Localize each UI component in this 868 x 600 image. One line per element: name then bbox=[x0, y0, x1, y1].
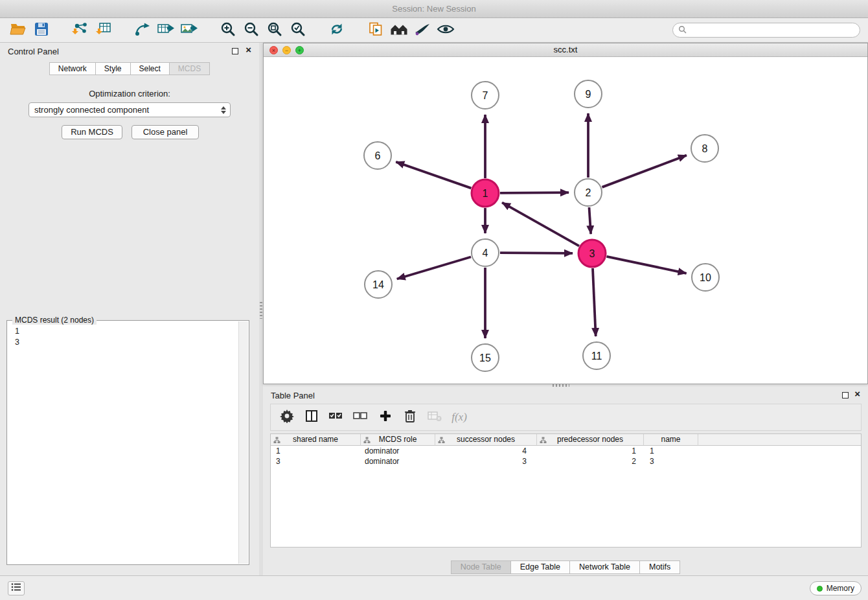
delete-column-button[interactable] bbox=[399, 406, 421, 428]
network-window-titlebar[interactable]: × − + scc.txt bbox=[264, 43, 867, 57]
minimize-window-icon[interactable]: − bbox=[282, 46, 291, 54]
tab-network[interactable]: Network bbox=[49, 62, 96, 75]
node-label-6: 6 bbox=[375, 150, 381, 161]
node-label-2: 2 bbox=[586, 187, 591, 198]
edge-2-3[interactable] bbox=[589, 207, 591, 234]
run-mcds-button[interactable]: Run MCDS bbox=[62, 125, 122, 139]
edge-4-3[interactable] bbox=[500, 253, 573, 253]
status-bar: Memory bbox=[0, 575, 868, 600]
column-header-mcds-role[interactable]: MCDS role bbox=[361, 434, 435, 446]
duplicate-document-icon bbox=[368, 21, 383, 40]
home-layout-button[interactable] bbox=[387, 20, 411, 41]
function-builder-button: f(x) bbox=[448, 406, 470, 428]
refresh-view-button[interactable] bbox=[325, 20, 348, 41]
table-row[interactable]: 1 dominator 4 1 1 bbox=[271, 446, 861, 456]
add-column-button[interactable] bbox=[374, 406, 396, 428]
zoom-in-button[interactable] bbox=[216, 20, 240, 41]
edge-3-10[interactable] bbox=[607, 257, 687, 273]
search-input[interactable] bbox=[690, 24, 860, 36]
table-row[interactable]: 3 dominator 3 2 3 bbox=[271, 456, 861, 467]
optimization-criterion-label: Optimization criterion: bbox=[0, 89, 259, 98]
zoom-fit-button[interactable] bbox=[263, 20, 286, 41]
close-icon[interactable]: × bbox=[246, 45, 251, 55]
window-controls: × − + bbox=[269, 46, 304, 54]
select-stepper-icon bbox=[218, 104, 228, 115]
column-header-shared-name[interactable]: shared name bbox=[271, 434, 361, 446]
table-settings-button[interactable] bbox=[276, 406, 298, 428]
memory-button[interactable]: Memory bbox=[810, 581, 862, 595]
zoom-out-button[interactable] bbox=[240, 20, 263, 41]
node-table: shared name MCDS role successor nodes pr… bbox=[270, 433, 862, 548]
import-table-button[interactable] bbox=[92, 20, 115, 41]
tab-node-table[interactable]: Node Table bbox=[451, 560, 511, 574]
zoom-fit-icon bbox=[267, 21, 282, 40]
tab-network-table[interactable]: Network Table bbox=[570, 560, 640, 574]
open-session-button[interactable] bbox=[6, 20, 30, 41]
save-session-button[interactable] bbox=[30, 20, 53, 41]
edge-1-6[interactable] bbox=[396, 162, 471, 189]
edge-1-2[interactable] bbox=[500, 192, 569, 193]
table-header-row: shared name MCDS role successor nodes pr… bbox=[271, 434, 861, 446]
optimization-select[interactable]: strongly connected component bbox=[29, 102, 231, 117]
graph-svg[interactable]: 7968124314101511 bbox=[264, 57, 867, 384]
zoom-selected-button[interactable] bbox=[286, 20, 310, 41]
close-panel-button[interactable]: Close panel bbox=[131, 125, 199, 139]
export-image-button[interactable] bbox=[177, 20, 201, 41]
export-table-button[interactable] bbox=[154, 20, 177, 41]
clone-network-button[interactable] bbox=[364, 20, 387, 41]
import-table-icon bbox=[95, 21, 112, 40]
column-header-predecessor-nodes[interactable]: predecessor nodes bbox=[537, 434, 644, 446]
node-label-10: 10 bbox=[700, 272, 711, 283]
select-all-rows-button[interactable] bbox=[325, 406, 347, 428]
eye-icon bbox=[437, 23, 455, 38]
cell-name: 1 bbox=[644, 446, 698, 456]
show-columns-button[interactable] bbox=[301, 406, 323, 428]
close-icon[interactable]: × bbox=[854, 389, 860, 399]
column-header-successor-nodes[interactable]: successor nodes bbox=[435, 434, 537, 446]
mcds-result-group: MCDS result (2 nodes) 1 3 bbox=[6, 320, 249, 565]
column-label: name bbox=[661, 435, 680, 444]
memory-label: Memory bbox=[827, 584, 854, 593]
open-folder-icon bbox=[10, 22, 27, 39]
home-icon bbox=[389, 22, 409, 39]
close-window-icon[interactable]: × bbox=[269, 46, 278, 54]
show-graphics-button[interactable] bbox=[434, 20, 457, 41]
mcds-result-list[interactable]: 1 3 bbox=[8, 323, 238, 563]
tab-select[interactable]: Select bbox=[131, 62, 170, 75]
node-label-14: 14 bbox=[372, 279, 384, 290]
deselect-all-rows-button[interactable] bbox=[350, 406, 372, 428]
cell-successor-nodes: 4 bbox=[435, 446, 537, 456]
table-panel-title: Table Panel bbox=[271, 391, 315, 400]
column-header-name[interactable]: name bbox=[644, 434, 698, 446]
edge-3-1[interactable] bbox=[502, 203, 579, 246]
float-window-icon[interactable] bbox=[232, 48, 238, 54]
task-history-button[interactable] bbox=[8, 581, 25, 595]
float-window-icon[interactable] bbox=[842, 392, 849, 398]
list-icon bbox=[11, 583, 21, 594]
tab-style[interactable]: Style bbox=[96, 62, 131, 75]
select-all-icon bbox=[328, 410, 344, 425]
import-network-button[interactable] bbox=[69, 20, 92, 41]
tab-motifs[interactable]: Motifs bbox=[640, 560, 680, 574]
apply-style-button[interactable] bbox=[411, 20, 434, 41]
cell-mcds-role: dominator bbox=[361, 446, 435, 456]
control-panel-tabs: Network Style Select MCDS bbox=[0, 62, 259, 75]
edge-2-8[interactable] bbox=[602, 156, 687, 187]
edge-3-11[interactable] bbox=[593, 268, 596, 336]
network-from-selection-button[interactable] bbox=[131, 20, 154, 41]
column-label: successor nodes bbox=[457, 435, 515, 444]
control-panel: Control Panel × Network Style Select MCD… bbox=[0, 43, 259, 575]
result-scrollbar[interactable] bbox=[238, 321, 248, 564]
cell-successor-nodes: 3 bbox=[435, 456, 537, 467]
edge-4-14[interactable] bbox=[397, 257, 471, 279]
column-label: shared name bbox=[293, 435, 338, 444]
tab-edge-table[interactable]: Edge Table bbox=[511, 560, 570, 574]
tab-mcds[interactable]: MCDS bbox=[170, 62, 210, 75]
network-canvas[interactable]: 7968124314101511 bbox=[264, 57, 867, 384]
zoom-window-icon[interactable]: + bbox=[295, 46, 304, 54]
vertical-splitter-grip[interactable] bbox=[260, 302, 262, 319]
search-box[interactable] bbox=[672, 23, 860, 38]
network-window-title: scc.txt bbox=[554, 45, 578, 54]
cell-name: 3 bbox=[644, 456, 698, 467]
columns-icon bbox=[305, 410, 318, 425]
